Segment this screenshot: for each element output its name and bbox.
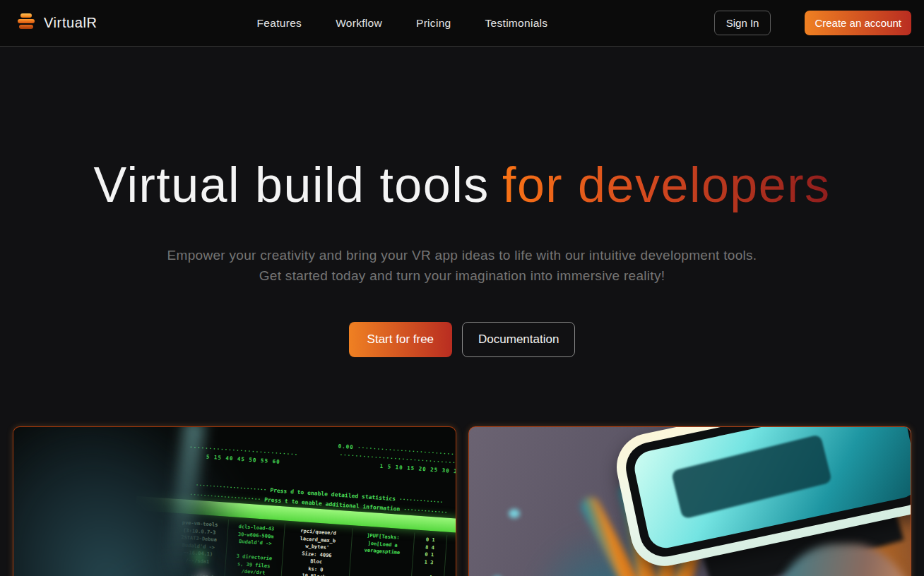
vr-headset-image — [468, 426, 912, 576]
hero-title-white: Virtual build tools — [93, 157, 489, 212]
cta-row: Start for free Documentation — [0, 322, 924, 357]
create-account-button[interactable]: Create an account — [805, 11, 911, 35]
nav-link-testimonials[interactable]: Testimonials — [485, 17, 548, 30]
terminal-column: TASKS 11 No source tempe > t hrs 'rocess… — [102, 512, 172, 576]
brand-logo[interactable]: VirtualR — [16, 13, 97, 34]
hero-title-gradient: for developers — [502, 157, 831, 212]
hero-title: Virtual build toolsfor developers — [0, 158, 924, 212]
terminal-screen-image: ···························· 5 15 40 45 … — [13, 426, 456, 576]
navbar: VirtualR Features Workflow Pricing Testi… — [0, 0, 924, 47]
terminal-ruler-left: ···························· 5 15 40 45 … — [189, 443, 299, 468]
terminal-ruler-right: 0.00 ···································… — [337, 442, 456, 479]
vignette-overlay — [469, 427, 911, 576]
nav-links: Features Workflow Pricing Testimonials — [257, 17, 548, 30]
brand-name: VirtualR — [44, 15, 97, 31]
nav-link-pricing[interactable]: Pricing — [416, 17, 451, 30]
hero-section: Virtual build toolsfor developers Empowe… — [0, 158, 924, 576]
nav-actions: Sign In Create an account — [714, 11, 911, 35]
documentation-button[interactable]: Documentation — [462, 322, 575, 357]
virtualr-logo-icon — [16, 13, 37, 34]
nav-link-features[interactable]: Features — [257, 17, 302, 30]
hero-subtitle: Empower your creativity and bring your V… — [0, 245, 924, 287]
media-row: ···························· 5 15 40 45 … — [0, 426, 924, 576]
hero-subtitle-line1: Empower your creativity and bring your V… — [167, 248, 757, 263]
terminal-content: ···························· 5 15 40 45 … — [13, 426, 456, 576]
nav-link-workflow[interactable]: Workflow — [336, 17, 382, 30]
sign-in-button[interactable]: Sign In — [714, 11, 771, 35]
hero-subtitle-line2: Get started today and turn your imaginat… — [259, 268, 665, 283]
start-for-free-button[interactable]: Start for free — [349, 322, 452, 357]
